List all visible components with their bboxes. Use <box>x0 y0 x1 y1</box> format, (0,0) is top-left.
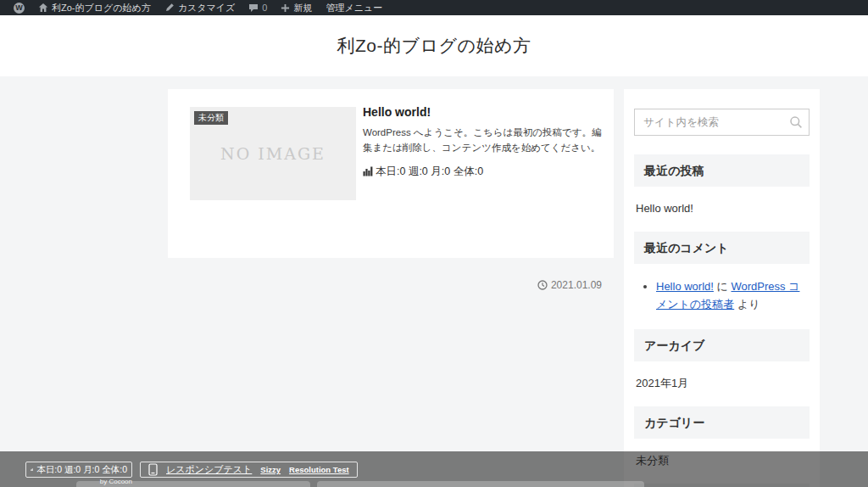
search-icon[interactable] <box>789 115 803 129</box>
responsive-test-link[interactable]: レスポンシブテスト <box>166 463 252 476</box>
widget-title-recent-comments: 最近のコメント <box>634 232 810 264</box>
wp-logo-menu[interactable]: W <box>7 0 31 15</box>
admin-menu-label: 管理メニュー <box>326 2 382 14</box>
responsive-preview-edge <box>76 481 310 487</box>
site-title[interactable]: 利Zo-的ブログの始め方 <box>337 34 531 58</box>
post-title: Hello world! <box>363 105 602 119</box>
plus-icon <box>281 3 290 13</box>
post-date-text: 2021.01.09 <box>551 279 602 291</box>
recent-comments-list: Hello world! に WordPress コメントの投稿者 より <box>634 278 810 314</box>
widget-title-categories: カテゴリー <box>634 406 810 439</box>
customize-label: カスタマイズ <box>178 2 236 14</box>
widget-title-archives: アーカイブ <box>634 329 810 361</box>
post-excerpt: WordPress へようこそ。こちらは最初の投稿です。編集または削除し、コンテ… <box>363 125 602 156</box>
widget-archives: アーカイブ 2021年1月 <box>634 329 810 391</box>
new-content-menu[interactable]: 新規 <box>274 0 319 15</box>
recent-comment-item: Hello world! に WordPress コメントの投稿者 より <box>656 278 810 314</box>
category-badge: 未分類 <box>194 111 228 125</box>
search-input[interactable] <box>634 109 810 136</box>
resolution-test-link[interactable]: Resolution Test <box>289 465 349 474</box>
no-image-placeholder: NO IMAGE <box>220 144 326 163</box>
site-search <box>634 109 810 136</box>
widget-recent-posts: 最近の投稿 Hello world! <box>634 154 810 216</box>
post-card[interactable]: NO IMAGE 未分類 Hello world! WordPress へようこ… <box>168 89 614 258</box>
post-date: 2021.01.09 <box>537 279 602 291</box>
post-view-counter-text: 本日:0 週:0 月:0 全体:0 <box>376 165 483 179</box>
clock-icon <box>537 280 548 290</box>
wp-admin-bar: W 利Zo-的ブログの始め方 カスタマイズ 0 新規 管理メニュー <box>0 0 868 15</box>
mobile-device-icon <box>148 463 158 476</box>
bar-chart-icon <box>31 465 33 474</box>
comments-menu[interactable]: 0 <box>242 0 274 15</box>
archive-link[interactable]: 2021年1月 <box>634 376 810 391</box>
paintbrush-icon <box>164 3 175 13</box>
footer-view-counter: 本日:0 週:0 月:0 全体:0 <box>25 462 132 478</box>
bar-chart-icon <box>363 166 373 176</box>
responsive-preview-edge <box>317 481 644 487</box>
site-name-menu[interactable]: 利Zo-的ブログの始め方 <box>31 0 158 15</box>
comment-particle: に <box>717 280 728 293</box>
sizzy-link[interactable]: Sizzy <box>260 465 281 474</box>
sidebar: 最近の投稿 Hello world! 最近のコメント Hello world! … <box>624 89 820 487</box>
footer-view-counter-text: 本日:0 週:0 月:0 全体:0 <box>36 464 127 476</box>
admin-bar-site-name: 利Zo-的ブログの始め方 <box>52 2 151 14</box>
home-icon <box>38 3 48 13</box>
recent-post-link[interactable]: Hello world! <box>634 201 810 216</box>
customize-menu[interactable]: カスタマイズ <box>158 0 242 15</box>
admin-menu-item[interactable]: 管理メニュー <box>319 0 389 15</box>
new-label: 新規 <box>293 2 312 14</box>
post-thumbnail: NO IMAGE 未分類 <box>190 107 356 200</box>
responsive-test-box: レスポンシブテスト Sizzy Resolution Test <box>140 462 358 478</box>
wordpress-logo-icon: W <box>14 3 25 14</box>
post-card-body: Hello world! WordPress へようこそ。こちらは最初の投稿です… <box>363 105 602 179</box>
cocoon-footer-bar: 本日:0 週:0 月:0 全体:0 by Cocoon レスポンシブテスト Si… <box>0 451 868 487</box>
post-view-counter: 本日:0 週:0 月:0 全体:0 <box>363 165 602 179</box>
widget-title-recent-posts: 最近の投稿 <box>634 154 810 187</box>
comment-particle-2: より <box>737 298 760 311</box>
comment-post-link[interactable]: Hello world! <box>656 280 714 293</box>
widget-recent-comments: 最近のコメント Hello world! に WordPress コメントの投稿… <box>634 232 810 314</box>
site-header: 利Zo-的ブログの始め方 <box>0 15 868 76</box>
comment-count: 0 <box>262 3 267 13</box>
comment-bubble-icon <box>248 3 259 13</box>
